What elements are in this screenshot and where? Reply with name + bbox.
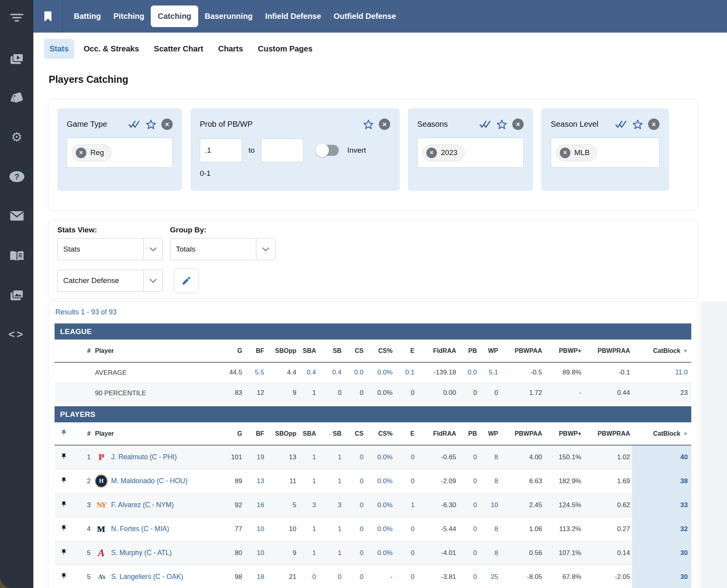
stat-column-header-wp[interactable]: WP	[479, 340, 500, 362]
group-by-select[interactable]: Totals	[170, 238, 276, 260]
player-name-link[interactable]: F. Alvarez (C - NYM)	[111, 501, 174, 509]
stat-column-header-e[interactable]: E	[395, 422, 416, 445]
player-name-link[interactable]: S. Murphy (C - ATL)	[111, 549, 172, 557]
nav-tab-catching[interactable]: Catching	[151, 5, 199, 27]
stat-column-header-sbopp[interactable]: SBOpp	[266, 340, 298, 362]
player-name-link[interactable]: M. Maldonado (C - HOU)	[111, 477, 188, 485]
stat-column-header-cs[interactable]: CS	[343, 422, 365, 445]
favorite-star-icon[interactable]	[497, 119, 507, 130]
remove-filter-icon[interactable]: ×	[379, 119, 390, 130]
stat-column-header-fldraa[interactable]: FldRAA	[416, 422, 458, 445]
stat-column-header-cs[interactable]: CS%	[365, 340, 395, 362]
book-icon[interactable]	[8, 248, 26, 265]
remove-chip-icon[interactable]: ×	[426, 148, 437, 158]
sub-tab-charts[interactable]: Charts	[213, 39, 248, 59]
rank-column-header[interactable]: #	[73, 340, 93, 362]
results-panel: Results 1 - 93 of 93 LEAGUE #PlayerGBFSB…	[48, 301, 698, 588]
sub-tab-custom-pages[interactable]: Custom Pages	[252, 39, 318, 59]
stat-column-header-sb[interactable]: SB	[318, 422, 343, 445]
stat-column-header-wp[interactable]: WP	[479, 422, 500, 445]
filter-value-box[interactable]: ×Reg	[67, 138, 173, 168]
favorite-star-icon[interactable]	[632, 119, 643, 130]
nav-tab-infield-defense[interactable]: Infield Defense	[259, 7, 327, 26]
stat-column-header-sbopp[interactable]: SBOpp	[266, 422, 298, 445]
nav-tab-outfield-defense[interactable]: Outfield Defense	[327, 7, 402, 26]
mail-icon[interactable]	[8, 207, 26, 225]
nav-tab-baserunning[interactable]: Baserunning	[198, 7, 259, 26]
players-section-header: PLAYERS	[55, 406, 691, 422]
filter-value-box[interactable]: ×MLB	[551, 138, 659, 168]
player-name-link[interactable]: S. Langeliers (C - OAK)	[111, 573, 183, 581]
stat-column-header-g[interactable]: G	[222, 340, 244, 362]
select-all-icon[interactable]	[128, 120, 141, 129]
player-name-link[interactable]: J. Realmuto (C - PHI)	[111, 453, 177, 461]
remove-filter-icon[interactable]: ×	[512, 119, 524, 130]
stat-column-header-cs[interactable]: CS	[343, 340, 365, 362]
pin-row-icon[interactable]	[60, 551, 67, 558]
player-column-header[interactable]: Player	[93, 340, 222, 362]
select-all-icon[interactable]	[615, 120, 627, 129]
stat-preset-select[interactable]: Catcher Defense	[57, 270, 163, 292]
stat-column-header-sba[interactable]: SBA	[298, 340, 318, 362]
pin-row-icon[interactable]	[60, 479, 67, 486]
stat-column-header-bf[interactable]: BF	[244, 422, 266, 445]
cards-icon[interactable]	[8, 89, 26, 106]
pin-row-icon[interactable]	[60, 455, 67, 462]
stat-column-header-pbwpaa[interactable]: PBWPAA	[500, 340, 544, 362]
select-all-icon[interactable]	[479, 120, 491, 129]
favorite-star-icon[interactable]	[146, 119, 156, 130]
stat-column-header-e[interactable]: E	[395, 340, 416, 362]
toggle-knob[interactable]	[316, 144, 329, 157]
bookmark-icon[interactable]	[44, 11, 52, 22]
help-icon[interactable]: ?	[8, 168, 26, 185]
sub-tab-scatter-chart[interactable]: Scatter Chart	[148, 39, 209, 59]
remove-filter-icon[interactable]: ×	[161, 119, 173, 130]
player-column-header[interactable]: Player	[93, 422, 222, 445]
stats-view-select[interactable]: Stats	[57, 238, 163, 260]
player-name-link[interactable]: N. Fortes (C - MIA)	[111, 525, 169, 533]
video-icon[interactable]	[8, 50, 26, 68]
stat-column-header-pbwpaa[interactable]: PBWPAA	[500, 422, 544, 445]
edit-preset-button[interactable]	[174, 268, 199, 293]
pin-column-icon[interactable]	[60, 432, 67, 438]
sub-tab-stats[interactable]: Stats	[44, 39, 74, 59]
invert-toggle[interactable]	[316, 145, 339, 156]
images-icon[interactable]	[8, 287, 26, 304]
stat-column-header-bf[interactable]: BF	[244, 340, 266, 362]
filter-value-box[interactable]: ×2023	[417, 138, 524, 168]
stat-column-header-fldraa[interactable]: FldRAA	[416, 340, 458, 362]
stat-cell: 1.02	[583, 445, 632, 469]
player-row: 4MN. Fortes (C - MIA)7710101100.0%0-5.44…	[55, 517, 691, 541]
range-to-input[interactable]	[261, 139, 303, 162]
filter-lines-icon[interactable]	[8, 9, 26, 26]
remove-filter-icon[interactable]: ×	[648, 119, 659, 130]
stat-column-header-pbwpraa[interactable]: PBWPRAA	[583, 340, 632, 362]
filter-chip[interactable]: ×2023	[422, 144, 465, 161]
pin-row-icon[interactable]	[60, 503, 67, 510]
gear-icon[interactable]: ⚙	[8, 128, 26, 146]
favorite-star-icon[interactable]	[363, 119, 374, 130]
remove-chip-icon[interactable]: ×	[560, 148, 570, 158]
stat-column-header-sba[interactable]: SBA	[298, 422, 318, 445]
sub-tab-occ-streaks[interactable]: Occ. & Streaks	[78, 39, 144, 59]
stat-column-header-pb[interactable]: PB	[458, 340, 479, 362]
stat-column-header-pb[interactable]: PB	[458, 422, 479, 445]
stat-column-header-pbwpraa[interactable]: PBWPRAA	[583, 422, 632, 445]
stat-column-header-sb[interactable]: SB	[318, 340, 343, 362]
pin-row-icon[interactable]	[60, 527, 67, 534]
pin-row-icon[interactable]	[60, 575, 67, 582]
rank-column-header[interactable]: #	[73, 422, 93, 445]
nav-tab-pitching[interactable]: Pitching	[107, 7, 151, 26]
stat-column-header-catblock[interactable]: CatBlock▼	[632, 422, 691, 445]
filter-chip[interactable]: ×MLB	[556, 144, 597, 161]
stat-column-header-catblock[interactable]: CatBlock▼	[632, 340, 691, 362]
stat-column-header-pbwp[interactable]: PBWP+	[544, 340, 583, 362]
range-from-input[interactable]	[200, 139, 242, 162]
code-icon[interactable]: <>	[8, 326, 26, 343]
nav-tab-batting[interactable]: Batting	[68, 7, 107, 26]
filter-chip[interactable]: ×Reg	[72, 144, 111, 161]
remove-chip-icon[interactable]: ×	[76, 148, 86, 158]
stat-column-header-cs[interactable]: CS%	[365, 422, 395, 445]
stat-column-header-g[interactable]: G	[222, 422, 244, 445]
stat-column-header-pbwp[interactable]: PBWP+	[544, 422, 583, 445]
